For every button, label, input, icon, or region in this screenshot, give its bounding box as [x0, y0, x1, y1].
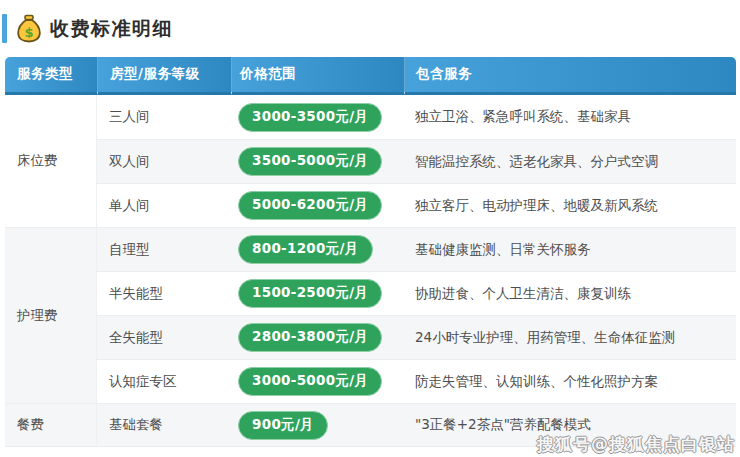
category-cell-meal-fee: 餐费: [5, 403, 97, 447]
price-badge: 900元/月: [238, 411, 328, 440]
header-included-services: 包含服务: [404, 57, 736, 95]
level-cell: 认知症专区: [97, 359, 231, 403]
table-header-row: 服务类型 房型/服务等级 价格范围 包含服务: [5, 57, 736, 95]
fee-table-container: 服务类型 房型/服务等级 价格范围 包含服务 床位费 三人间 3000-3500…: [5, 57, 736, 447]
level-cell: 基础套餐: [97, 403, 231, 447]
header-price-range: 价格范围: [231, 57, 404, 95]
services-cell: 防走失管理、认知训练、个性化照护方案: [404, 359, 736, 403]
money-bag-icon: $: [16, 14, 42, 43]
header-room-level: 房型/服务等级: [97, 57, 231, 95]
price-badge: 1500-2500元/月: [238, 279, 382, 308]
table-row: 半失能型 1500-2500元/月 协助进食、个人卫生清洁、康复训练: [5, 271, 736, 315]
price-cell: 3000-5000元/月: [231, 359, 404, 403]
price-cell: 1500-2500元/月: [231, 271, 404, 315]
price-cell: 3000-3500元/月: [231, 95, 404, 139]
page-title: 收费标准明细: [50, 16, 173, 42]
page-header: $ 收费标准明细: [0, 0, 740, 46]
table-row: 床位费 三人间 3000-3500元/月 独立卫浴、紧急呼叫系统、基础家具: [5, 95, 736, 139]
table-row: 全失能型 2800-3800元/月 24小时专业护理、用药管理、生命体征监测: [5, 315, 736, 359]
level-cell: 单人间: [97, 183, 231, 227]
price-cell: 3500-5000元/月: [231, 139, 404, 183]
price-cell: 2800-3800元/月: [231, 315, 404, 359]
services-cell: 独立客厅、电动护理床、地暖及新风系统: [404, 183, 736, 227]
price-badge: 3000-3500元/月: [238, 103, 382, 132]
price-badge: 2800-3800元/月: [238, 323, 382, 352]
category-cell-bed-fee: 床位费: [5, 95, 97, 227]
level-cell: 自理型: [97, 227, 231, 271]
title-accent-bar: [2, 14, 7, 43]
price-cell: 5000-6200元/月: [231, 183, 404, 227]
price-badge: 3500-5000元/月: [238, 147, 382, 176]
table-row: 双人间 3500-5000元/月 智能温控系统、适老化家具、分户式空调: [5, 139, 736, 183]
services-cell: 智能温控系统、适老化家具、分户式空调: [404, 139, 736, 183]
level-cell: 半失能型: [97, 271, 231, 315]
watermark: 搜狐号@搜狐焦点白银站: [537, 433, 735, 456]
header-service-type: 服务类型: [5, 57, 97, 95]
level-cell: 双人间: [97, 139, 231, 183]
category-cell-nursing-fee: 护理费: [5, 227, 97, 403]
price-badge: 3000-5000元/月: [238, 367, 382, 396]
price-badge: 800-1200元/月: [238, 235, 373, 264]
level-cell: 全失能型: [97, 315, 231, 359]
table-row: 护理费 自理型 800-1200元/月 基础健康监测、日常关怀服务: [5, 227, 736, 271]
price-cell: 900元/月: [231, 403, 404, 447]
services-cell: 24小时专业护理、用药管理、生命体征监测: [404, 315, 736, 359]
table-row: 单人间 5000-6200元/月 独立客厅、电动护理床、地暖及新风系统: [5, 183, 736, 227]
services-cell: 独立卫浴、紧急呼叫系统、基础家具: [404, 95, 736, 139]
services-cell: 协助进食、个人卫生清洁、康复训练: [404, 271, 736, 315]
price-badge: 5000-6200元/月: [238, 191, 382, 220]
svg-text:$: $: [24, 25, 33, 40]
services-cell: 基础健康监测、日常关怀服务: [404, 227, 736, 271]
level-cell: 三人间: [97, 95, 231, 139]
price-cell: 800-1200元/月: [231, 227, 404, 271]
fee-table: 服务类型 房型/服务等级 价格范围 包含服务 床位费 三人间 3000-3500…: [5, 57, 736, 447]
table-row: 认知症专区 3000-5000元/月 防走失管理、认知训练、个性化照护方案: [5, 359, 736, 403]
